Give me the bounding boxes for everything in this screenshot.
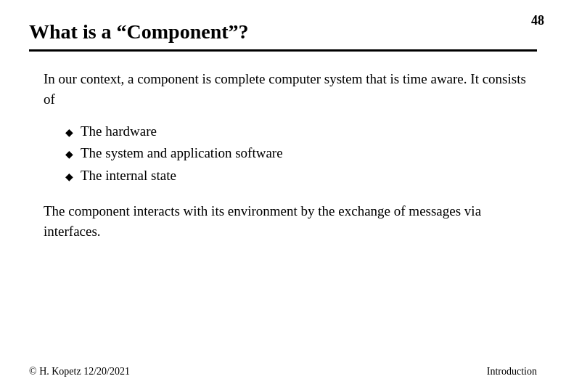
intro-paragraph: In our context, a component is complete … (44, 69, 537, 109)
list-item: ◆The system and application software (65, 142, 537, 164)
bullet-diamond-icon: ◆ (65, 147, 73, 163)
list-item: ◆The internal state (65, 165, 537, 187)
bullet-diamond-icon: ◆ (65, 125, 73, 141)
slide-content: In our context, a component is complete … (29, 69, 537, 241)
slide-footer: © H. Kopetz 12/20/2021 Introduction (29, 366, 537, 377)
footer-section: Introduction (487, 366, 537, 377)
bullet-list: ◆The hardware◆The system and application… (44, 121, 537, 187)
slide: 48 What is a “Component”? In our context… (0, 0, 566, 392)
slide-title: What is a “Component”? (29, 20, 537, 44)
bullet-text: The hardware (81, 121, 157, 142)
title-divider (29, 49, 537, 52)
footer-copyright: © H. Kopetz 12/20/2021 (29, 366, 130, 377)
bullet-text: The internal state (81, 165, 176, 187)
list-item: ◆The hardware (65, 121, 537, 142)
bullet-text: The system and application software (81, 142, 283, 164)
slide-number: 48 (531, 13, 544, 28)
closing-paragraph: The component interacts with its environ… (44, 201, 537, 241)
bullet-diamond-icon: ◆ (65, 169, 73, 185)
